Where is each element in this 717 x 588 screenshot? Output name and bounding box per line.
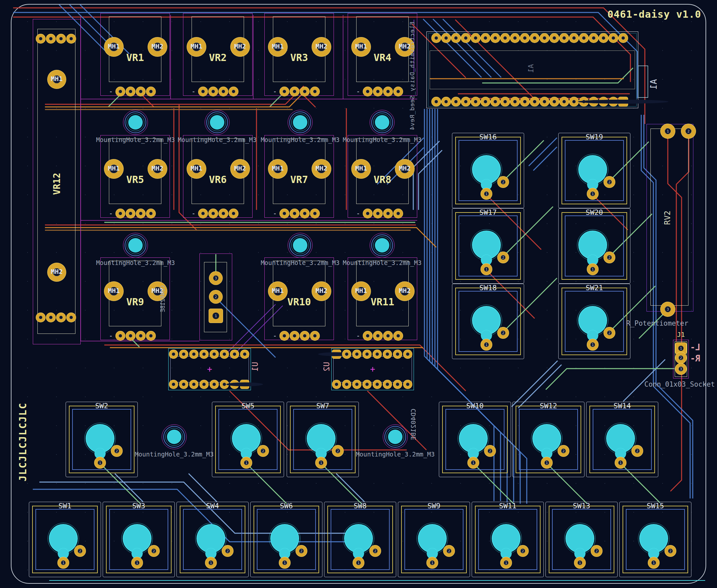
- pad: [67, 34, 76, 43]
- pad: [67, 313, 76, 322]
- pad-number: 2: [596, 549, 598, 553]
- mh1-label: MH1: [268, 287, 287, 294]
- header-fab-label: A1: [527, 64, 535, 73]
- vr-mounting-pad-1: MH1: [187, 37, 206, 57]
- switch-pad-2: 2: [257, 445, 269, 457]
- mounting-hole-drill: [293, 115, 307, 129]
- rv2-ref-label: RV2: [663, 211, 672, 225]
- pad: [394, 209, 403, 218]
- pad-number: 2: [502, 256, 504, 259]
- pad-number: 2: [337, 449, 339, 453]
- mounting-hole-drill: [293, 238, 307, 253]
- pad: [209, 87, 218, 96]
- switch-ref-label: SW2: [66, 402, 138, 410]
- pad: [599, 34, 608, 43]
- pad-number: 1: [505, 561, 507, 565]
- pad: [126, 209, 135, 218]
- pad-number: 2: [608, 256, 611, 259]
- pad: [353, 380, 361, 388]
- vr-pad-row: [116, 87, 155, 96]
- vr-mounting-pad-1: MH1: [268, 37, 287, 57]
- switch-footprint: SW4 1 2: [176, 502, 249, 577]
- pad-number: 1: [579, 561, 581, 565]
- conn3-pad-3: 3: [209, 272, 223, 285]
- u2-top-pin-row: [332, 350, 412, 358]
- u2-value-text: CD4021BE: [409, 408, 417, 468]
- pad: [363, 350, 371, 358]
- pad: [190, 350, 198, 358]
- pad: [180, 380, 188, 388]
- vr-mounting-pad-2: MH2: [231, 37, 250, 57]
- header-pin1-square-pad: [618, 97, 628, 106]
- pad: [431, 34, 441, 43]
- board-title: 0461-daisy v1.0: [608, 8, 701, 20]
- pad-number: 1: [472, 461, 475, 465]
- pad-number: 3: [680, 367, 682, 371]
- jlc-silkscreen-text: JLCJLCJLCJLC: [17, 386, 28, 481]
- pad-number: 3: [667, 308, 669, 311]
- pad-number: 2: [522, 549, 524, 553]
- mh1-label: MH1: [268, 42, 287, 50]
- mounting-hole-label: MountingHole_3.2mm_M3: [171, 136, 263, 143]
- pad-number: 1: [485, 192, 488, 196]
- mounting-hole-label: MountingHole_3.2mm_M3: [254, 259, 346, 266]
- pin-connector-3: 3 2 1: [199, 253, 232, 340]
- vr12-mounting-pad-1: MH1: [47, 70, 66, 88]
- pad: [550, 97, 559, 106]
- pad: [373, 209, 382, 218]
- mounting-hole: MountingHole_3.2mm_M3: [280, 103, 320, 142]
- vr-mounting-pad-1: MH1: [268, 282, 287, 301]
- pad: [530, 97, 539, 106]
- vr-footprint: MH1 MH2 VR6 -: [183, 135, 253, 218]
- mounting-hole-drill: [375, 115, 389, 129]
- pad: [310, 209, 319, 218]
- switch-pad-1: 1: [205, 557, 216, 568]
- switch-pad-1: 1: [131, 557, 143, 568]
- mounting-hole: MountingHole_3.2mm_M3: [280, 226, 320, 265]
- pad: [560, 97, 569, 106]
- switch-ref-label: SW5: [212, 402, 284, 410]
- u1-socket: + U1: [168, 348, 251, 390]
- pad: [210, 380, 218, 388]
- switch-ref-label: SW21: [558, 284, 630, 292]
- pad: [530, 34, 539, 43]
- pad: [136, 209, 145, 218]
- pad-number: 1: [136, 561, 139, 565]
- pad: [46, 313, 56, 322]
- switch-pad-1: 1: [501, 557, 512, 568]
- pad: [332, 380, 341, 388]
- mounting-hole: MountingHole_3.2mm_M3: [376, 417, 415, 457]
- pad: [442, 34, 451, 43]
- vr-pad-row: [363, 209, 403, 218]
- vr-mounting-pad-1: MH1: [104, 282, 123, 301]
- pad: [230, 350, 239, 358]
- mh1-label: MH1: [187, 42, 206, 50]
- u1-top-pin-row: [169, 350, 249, 358]
- pad: [146, 209, 155, 218]
- pad: [198, 209, 208, 218]
- pad: [57, 313, 66, 322]
- rv2-pad-3: 3: [660, 302, 675, 316]
- mounting-hole: MountingHole_3.2mm_M3: [116, 103, 155, 142]
- switch-pad-2: 2: [370, 545, 381, 556]
- switch-pad-1: 1: [587, 188, 598, 200]
- pad: [394, 87, 403, 96]
- pad: [501, 97, 510, 106]
- pad: [481, 34, 490, 43]
- switch-footprint: SW12 1 2: [512, 402, 585, 477]
- switch-footprint: SW17 1 2: [452, 208, 524, 284]
- pad: [481, 97, 490, 106]
- switch-footprint: SW1 1 2: [29, 502, 101, 577]
- pad: [569, 97, 578, 106]
- vr-minus-mark: -: [273, 332, 277, 340]
- pad: [383, 209, 393, 218]
- switch-ref-label: SW10: [439, 402, 511, 410]
- switch-pad-1: 1: [279, 557, 290, 568]
- pad: [373, 380, 381, 388]
- switch-ref-label: SW7: [287, 402, 359, 410]
- pad: [310, 87, 319, 96]
- vr-mounting-pad-1: MH1: [268, 160, 287, 178]
- pad-number: 1: [431, 561, 434, 565]
- pad: [219, 87, 228, 96]
- switch-ref-label: SW19: [558, 133, 630, 141]
